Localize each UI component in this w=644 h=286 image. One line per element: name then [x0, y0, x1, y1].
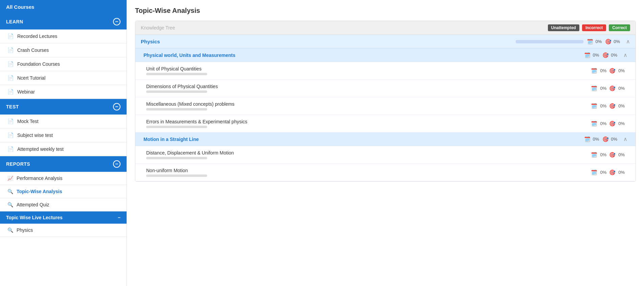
- recorded-lectures-label: Recorded Lectures: [17, 34, 57, 39]
- target-icon: 🎯: [602, 52, 609, 58]
- sidebar-section-reports[interactable]: REPORTS −: [0, 156, 127, 172]
- quiz-stat-group: 🗓️ 0%: [587, 39, 602, 45]
- calendar-icon: 🗓️: [591, 169, 597, 176]
- target-icon: 🎯: [602, 136, 609, 142]
- doc-icon: 📄: [7, 61, 14, 67]
- subtopic-right: 🗓️ 0% 🎯 0%: [591, 68, 625, 74]
- motion-quiz-pct: 0%: [593, 137, 599, 142]
- motion-collapse-arrow[interactable]: ∧: [623, 136, 627, 142]
- topic-section-physical-world: Physical world, Units and Measurements 🗓…: [135, 48, 636, 132]
- topic-wise-live-label: Topic Wise Live Lectures: [6, 215, 63, 220]
- subtopic-name: Non-uniform Motion: [146, 168, 207, 173]
- subtopic-right: 🗓️ 0% 🎯 0%: [591, 85, 625, 91]
- test-collapse-btn[interactable]: −: [113, 103, 120, 110]
- subject-right: 🗓️ 0% 🎯 0% ∧: [516, 38, 630, 45]
- calendar-icon: 🗓️: [591, 152, 597, 158]
- sidebar-item-crash-courses[interactable]: 📄 Crash Courses: [0, 43, 127, 57]
- subtopic-right: 🗓️ 0% 🎯 0%: [591, 103, 625, 109]
- learn-collapse-btn[interactable]: −: [113, 18, 120, 25]
- target-icon: 🎯: [609, 85, 616, 91]
- topic-quiz-stat: 🗓️ 0%: [584, 52, 599, 58]
- sidebar-item-ncert-tutorial[interactable]: 📄 Ncert Tutorial: [0, 71, 127, 85]
- page-title: Topic-Wise Analysis: [135, 7, 636, 15]
- target-stat-group: 🎯 0%: [605, 39, 620, 45]
- sidebar-section-learn[interactable]: LEARN −: [0, 14, 127, 29]
- sidebar-item-topic-wise-analysis[interactable]: 🔍 Topic-Wise Analysis: [0, 185, 127, 198]
- target-icon: 🎯: [609, 169, 616, 176]
- sidebar-item-subject-wise-test[interactable]: 📄 Subject wise test: [0, 128, 127, 142]
- physics-label: Physics: [17, 227, 33, 233]
- sidebar-section-topic-wise-live[interactable]: Topic Wise Live Lectures −: [0, 211, 127, 224]
- subtopic-quiz-pct: 0%: [600, 121, 606, 126]
- calendar-icon: 🗓️: [591, 121, 597, 127]
- subtopic-left: Dimensions of Physical Quantities: [146, 84, 218, 93]
- reports-collapse-btn[interactable]: −: [113, 160, 120, 168]
- doc-icon: 📄: [7, 47, 14, 53]
- subject-row-physics[interactable]: Physics 🗓️ 0% 🎯 0% ∧: [135, 35, 636, 48]
- subtopic-right: 🗓️ 0% 🎯 0%: [591, 121, 625, 127]
- subtopic-target-pct: 0%: [618, 170, 625, 175]
- subtopic-name: Miscellaneous (Mixed concepts) problems: [146, 101, 235, 107]
- topic-section-header-physical-world[interactable]: Physical world, Units and Measurements 🗓…: [135, 48, 636, 62]
- sidebar-section-test[interactable]: TEST −: [0, 99, 127, 115]
- chart-icon: 📈: [7, 176, 13, 181]
- learn-label: LEARN: [6, 19, 23, 24]
- topic-section-motion: Motion in a Straight Line 🗓️ 0% 🎯 0% ∧: [135, 132, 636, 181]
- subtopic-bar: [146, 157, 207, 159]
- physical-world-collapse-arrow[interactable]: ∧: [623, 52, 627, 58]
- physics-collapse-arrow[interactable]: ∧: [626, 38, 630, 45]
- doc-icon: 📄: [7, 75, 14, 81]
- subtopic-left: Non-uniform Motion: [146, 168, 207, 177]
- subtopic-left: Miscellaneous (Mixed concepts) problems: [146, 101, 235, 110]
- doc-icon: 📄: [7, 33, 14, 39]
- subtopic-row-unit-physical: Unit of Physical Quantities 🗓️ 0% 🎯 0%: [135, 62, 636, 80]
- subtopic-target-pct: 0%: [618, 103, 625, 108]
- topic-target-stat: 🎯 0%: [602, 52, 617, 58]
- webinar-label: Webinar: [17, 89, 35, 95]
- sidebar-item-foundation-courses[interactable]: 📄 Foundation Courses: [0, 57, 127, 71]
- sidebar-item-attempted-quiz[interactable]: 🔍 Attempted Quiz: [0, 198, 127, 211]
- subtopic-bar: [146, 90, 207, 93]
- main-content: Topic-Wise Analysis Knowledge Tree Unatt…: [127, 0, 644, 286]
- sidebar-item-recorded-lectures[interactable]: 📄 Recorded Lectures: [0, 29, 127, 43]
- search-icon: 🔍: [7, 202, 13, 207]
- subtopic-bar: [146, 108, 207, 110]
- sidebar-item-physics[interactable]: 🔍 Physics: [0, 224, 127, 237]
- subtopic-bar: [146, 73, 207, 75]
- sidebar-item-mock-test[interactable]: 📄 Mock Test: [0, 115, 127, 128]
- sidebar-item-webinar[interactable]: 📄 Webinar: [0, 85, 127, 99]
- badge-correct: Correct: [609, 24, 630, 31]
- subtopic-target-pct: 0%: [618, 121, 625, 126]
- card-header-bar: Knowledge Tree Unattempted Incorrect Cor…: [135, 21, 636, 35]
- doc-icon: 📄: [7, 118, 14, 124]
- sidebar-item-performance-analysis[interactable]: 📈 Performance Analysis: [0, 172, 127, 185]
- calendar-icon: 🗓️: [591, 85, 597, 91]
- subtopic-left: Errors in Measurements & Experimental ph…: [146, 119, 247, 128]
- calendar-icon: 🗓️: [587, 39, 593, 45]
- subtopic-target-pct: 0%: [618, 152, 625, 157]
- attempted-quiz-label: Attempted Quiz: [17, 202, 49, 207]
- badge-incorrect: Incorrect: [582, 24, 606, 31]
- badge-unattempted: Unattempted: [548, 24, 579, 31]
- topic-wise-analysis-label: Topic-Wise Analysis: [17, 189, 62, 194]
- ncert-tutorial-label: Ncert Tutorial: [17, 75, 45, 81]
- performance-analysis-label: Performance Analysis: [17, 176, 62, 181]
- sidebar-item-attempted-weekly-test[interactable]: 📄 Attempted weekly test: [0, 142, 127, 156]
- topic-section-header-motion[interactable]: Motion in a Straight Line 🗓️ 0% 🎯 0% ∧: [135, 132, 636, 146]
- subtopic-row-dimensions: Dimensions of Physical Quantities 🗓️ 0% …: [135, 80, 636, 97]
- calendar-icon: 🗓️: [591, 103, 597, 109]
- search-icon: 🔍: [7, 189, 13, 194]
- subtopic-name: Unit of Physical Quantities: [146, 66, 207, 72]
- topic-section-right: 🗓️ 0% 🎯 0% ∧: [584, 136, 627, 142]
- mock-test-label: Mock Test: [17, 119, 39, 124]
- topic-wise-live-collapse-btn[interactable]: −: [118, 215, 120, 220]
- subtopic-quiz-pct: 0%: [600, 86, 606, 91]
- subtopic-bar: [146, 175, 207, 177]
- physical-world-target-pct: 0%: [611, 53, 617, 58]
- physical-world-quiz-pct: 0%: [593, 53, 599, 58]
- subtopic-right: 🗓️ 0% 🎯 0%: [591, 169, 625, 176]
- doc-icon: 📄: [7, 89, 14, 95]
- subtopic-left: Unit of Physical Quantities: [146, 66, 207, 75]
- sidebar-all-courses[interactable]: All Courses: [0, 0, 127, 14]
- sidebar: All Courses LEARN − 📄 Recorded Lectures …: [0, 0, 127, 286]
